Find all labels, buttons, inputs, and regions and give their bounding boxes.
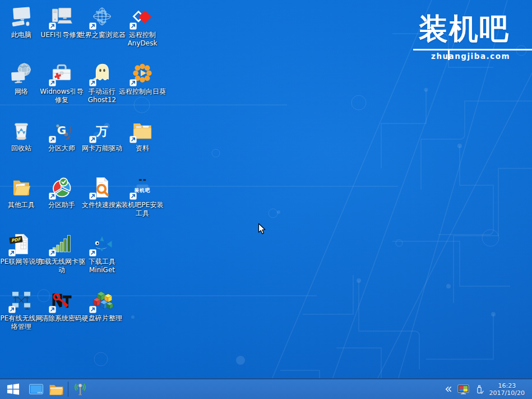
other-tools-icon [10, 176, 33, 199]
desktop-icon-sunlogin[interactable]: 远程控制向日葵 [122, 61, 163, 118]
desktop-icon-diskgenius[interactable]: G分区大师 [41, 118, 82, 175]
desktop-icon-miniget[interactable]: 下载工具MiniGet [82, 231, 122, 288]
tray-expand-chevron-button[interactable] [444, 385, 452, 393]
brand-url-text: zhuangjiba.com [431, 52, 510, 61]
shortcut-arrow-icon [89, 306, 96, 313]
desktop-icon-label: 远程控制AnyDesk [119, 31, 166, 48]
desktop-icon-grid: 此电脑网络回收站其他工具PDFPE联网等说明PE有线无线网络管理UEFI引导修复… [1, 4, 163, 345]
system-tray: 16:23 2017/10/20 [444, 379, 532, 399]
tray-display-settings-button[interactable] [457, 384, 469, 395]
desktop-icon-pe-network-manager[interactable]: PE有线无线网络管理 [1, 288, 41, 345]
desktop-icon-label: 硬盘碎片整理 [78, 314, 126, 323]
taskbar-wireless-antenna-button[interactable] [70, 379, 90, 399]
windows-boot-repair-icon [50, 62, 73, 86]
recycle-bin-icon [10, 119, 33, 143]
taskbar: 16:23 2017/10/20 [0, 378, 532, 399]
desktop-icon-anydesk[interactable]: 远程控制AnyDesk [122, 4, 163, 61]
desktop-icon-label: 装机吧PE安装工具 [119, 201, 166, 218]
antenna-signal-icon [72, 382, 88, 397]
desktop-icon-network[interactable]: 网络 [1, 61, 41, 118]
shortcut-arrow-icon [89, 79, 96, 86]
desktop-icon-defrag[interactable]: 硬盘碎片整理 [82, 288, 122, 345]
defrag-icon [90, 289, 114, 313]
sunlogin-icon [131, 62, 154, 86]
desktop-icon-this-pc[interactable]: 此电脑 [1, 4, 41, 61]
lan-driver-icon: 万 [90, 119, 114, 143]
shortcut-arrow-icon [8, 306, 16, 313]
desktop-icon-file-search[interactable]: 文件快速搜索 [82, 175, 122, 231]
desktop-icon-other-tools[interactable]: 其他工具 [1, 175, 41, 231]
usb-device-icon [474, 384, 484, 395]
desktop-icon-world-browser[interactable]: 世界之窗浏览器 [82, 4, 122, 61]
shortcut-arrow-icon [8, 249, 16, 256]
shortcut-arrow-icon [49, 249, 56, 256]
desktop-icon-label: 下载工具MiniGet [78, 258, 126, 274]
miniget-icon [90, 232, 114, 256]
shortcut-arrow-icon [89, 22, 96, 30]
zjb-pe-installer-icon: 装机吧 [131, 176, 154, 199]
taskbar-file-explorer-button[interactable] [46, 379, 66, 399]
clock-date: 2017/10/20 [489, 389, 525, 397]
network-icon [10, 62, 33, 86]
chevron-left-icon [444, 385, 452, 393]
tray-usb-eject-button[interactable] [474, 384, 484, 395]
shortcut-arrow-icon [129, 79, 137, 86]
diskgenius-icon: G [50, 119, 73, 143]
desktop-icon-recycle-bin[interactable]: 回收站 [1, 118, 41, 175]
this-pc-icon [10, 6, 33, 29]
desktop-wallpaper: 装机吧 zhuangjiba.com 此电脑网络回收站其他工具PDFPE联网等说… [0, 0, 532, 399]
shortcut-arrow-icon [49, 306, 56, 313]
start-button[interactable] [0, 379, 26, 399]
shortcut-arrow-icon [49, 136, 56, 143]
uefi-boot-repair-icon [50, 6, 73, 29]
desktop-icon-zjb-pe-installer[interactable]: 装机吧装机吧PE安装工具 [122, 175, 163, 231]
anydesk-icon [131, 6, 154, 29]
shortcut-arrow-icon [129, 192, 137, 200]
clock-time: 16:23 [489, 382, 525, 389]
brand-logo-text: 装机吧 [419, 11, 510, 46]
shortcut-arrow-icon [49, 22, 56, 30]
taskbar-clock[interactable]: 16:23 2017/10/20 [489, 382, 525, 397]
shortcut-arrow-icon [89, 249, 96, 256]
taskbar-show-desktop-button[interactable] [26, 379, 46, 399]
taskbar-separator [68, 382, 68, 397]
desktop-icon-wifi-driver-loader[interactable]: 加载无线网卡驱动 [41, 231, 82, 288]
shortcut-arrow-icon [129, 136, 137, 143]
desktop-monitor-icon [29, 383, 44, 396]
desktop-icon-windows-boot-repair[interactable]: Widnows引导修复 [41, 61, 82, 118]
brand-underline [413, 49, 532, 51]
file-search-icon [90, 176, 114, 199]
desktop-icon-label: 资料 [119, 144, 166, 153]
desktop-icon-uefi-boot-repair[interactable]: UEFI引导修复 [41, 4, 82, 61]
partition-assistant-icon [50, 176, 73, 199]
shortcut-arrow-icon [129, 22, 137, 30]
pe-net-guide-icon: PDF [10, 232, 33, 256]
clear-password-icon [50, 289, 73, 313]
windows-logo-icon [6, 382, 20, 396]
documents-icon [131, 119, 154, 143]
folder-icon [49, 383, 64, 396]
shortcut-arrow-icon [89, 192, 96, 200]
shortcut-arrow-icon [49, 192, 56, 200]
shortcut-arrow-icon [49, 79, 56, 86]
ghost12-icon [90, 62, 114, 86]
desktop-icon-pe-net-guide[interactable]: PDFPE联网等说明 [1, 231, 41, 288]
desktop-icon-label: 远程控制向日葵 [119, 88, 166, 96]
display-color-icon [457, 384, 469, 395]
desktop-icon-ghost12[interactable]: 手动运行Ghost12 [82, 61, 122, 118]
world-browser-icon [90, 6, 114, 29]
desktop-icon-clear-password[interactable]: 清除系统密码 [41, 288, 82, 345]
desktop-icon-lan-driver[interactable]: 万网卡万能驱动 [82, 118, 122, 175]
desktop-icon-partition-assistant[interactable]: 分区助手 [41, 175, 82, 231]
desktop-icon-documents[interactable]: 资料 [122, 118, 163, 175]
shortcut-arrow-icon [89, 136, 96, 143]
pe-network-manager-icon [10, 289, 33, 313]
wifi-driver-loader-icon [50, 232, 73, 256]
